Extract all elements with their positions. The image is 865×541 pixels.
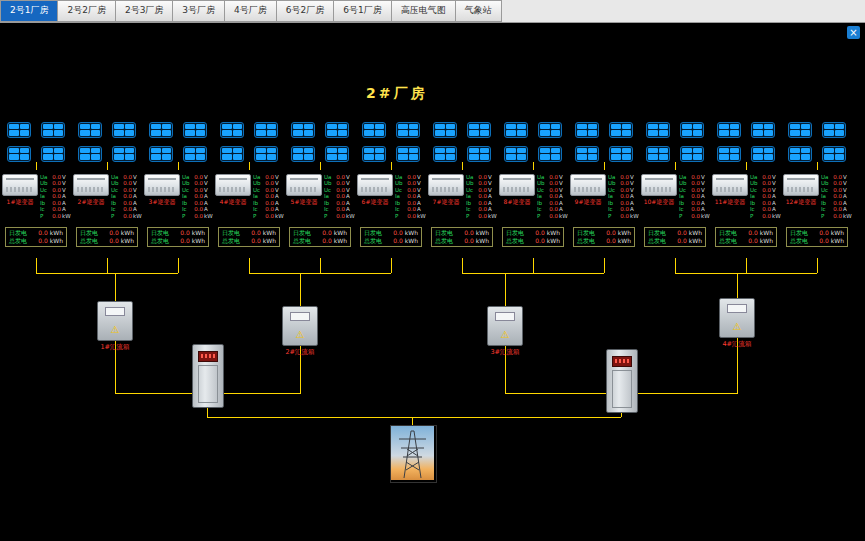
inverter-label: 12#逆变器 [786,198,817,207]
factory-tab[interactable]: 2号1厂房 [0,0,58,22]
inverter-icon[interactable] [144,174,180,196]
pv-panel-icon [680,146,704,162]
inverter-label: 9#逆变器 [575,198,602,207]
factory-tab[interactable]: 2号2厂房 [58,0,115,22]
tab-label: 高压电气图 [401,4,446,17]
metric-label: P [466,213,475,220]
pv-panel-icon [575,146,599,162]
inverter-metrics: Ua0.0VUb0.0VUc0.0VIa0.0AIb0.0AIc0.0AP0.0… [465,174,497,220]
tab-label: 2号2厂房 [67,4,105,17]
inverter-icon[interactable] [73,174,109,196]
total-energy-label: 总发电 [435,237,453,245]
pv-unit: 1#逆变器 Ua0.0VUb0.0VUc0.0VIa0.0AIb0.0AIc0.… [1,122,71,258]
pv-panel-icon [467,122,491,138]
total-energy-value: 0.0 [240,237,261,245]
pv-panel-icon [575,122,599,138]
grid-cabinet-icon-1[interactable] [192,344,224,408]
energy-unit: kWh [192,229,205,237]
pv-unit: 9#逆变器 Ua0.0VUb0.0VUc0.0VIa0.0AIb0.0AIc0.… [569,122,639,258]
pv-panel-group [356,122,426,162]
metric-row: P0.0kW [253,213,284,220]
inverter-icon[interactable] [783,174,819,196]
inverter-icon[interactable] [215,174,251,196]
inverter-icon[interactable] [712,174,748,196]
inverter-label: 10#逆变器 [644,198,675,207]
pv-panel-icon [362,146,386,162]
metric-unit: kW [133,213,142,220]
inverter-label: 3#逆变器 [149,198,176,207]
pv-panel-icon [396,146,420,162]
pv-panel-icon [538,146,562,162]
combiner-unit: ⚠ 4#汇流箱 [712,298,762,349]
grid-cabinet-icon-2[interactable] [606,349,638,413]
pv-panel-icon [220,122,244,138]
factory-tab[interactable]: 4号厂房 [225,0,277,22]
pv-panel-icon [646,146,670,162]
energy-box: 日发电 0.0 kWh 总发电 0.0 kWh [502,227,564,247]
metric-row: P0.0kW [182,213,213,220]
pv-panel-icon [325,122,349,138]
energy-unit: kWh [334,237,347,245]
inverter-icon[interactable] [570,174,606,196]
energy-unit: kWh [263,229,276,237]
metric-row: P0.0kW [40,213,71,220]
daily-energy-value: 0.0 [240,229,261,237]
inverter-metrics: Ua0.0VUb0.0VUc0.0VIa0.0AIb0.0AIc0.0AP0.0… [39,174,71,220]
factory-tab[interactable]: 6号1厂房 [334,0,391,22]
inverter-icon[interactable] [641,174,677,196]
total-energy-label: 总发电 [506,237,524,245]
total-energy-value: 0.0 [311,237,332,245]
inverter-icon[interactable] [2,174,38,196]
metric-label: P [821,213,830,220]
pv-panel-group [72,122,142,162]
combiner-box-icon[interactable]: ⚠ [719,298,755,338]
metric-value: 0.0 [333,213,345,220]
total-energy-value: 0.0 [98,237,119,245]
metric-unit: kW [62,213,71,220]
daily-energy-value: 0.0 [737,229,758,237]
factory-tab[interactable]: 高压电气图 [392,0,456,22]
factory-tab[interactable]: 3号厂房 [173,0,225,22]
pv-unit: 3#逆变器 Ua0.0VUb0.0VUc0.0VIa0.0AIb0.0AIc0.… [143,122,213,258]
energy-unit: kWh [263,237,276,245]
pv-panel-group [214,122,284,162]
cabinet-door [612,370,632,408]
pv-panel-icon [609,122,633,138]
inverter-icon[interactable] [499,174,535,196]
inverter-icon[interactable] [286,174,322,196]
total-energy-value: 0.0 [595,237,616,245]
transmission-tower-image[interactable] [390,425,437,483]
pv-unit: 6#逆变器 Ua0.0VUb0.0VUc0.0VIa0.0AIb0.0AIc0.… [356,122,426,258]
metric-label: P [679,213,688,220]
daily-energy-label: 日发电 [435,229,453,237]
metric-unit: kW [772,213,781,220]
metric-unit: kW [843,213,852,220]
total-energy-label: 总发电 [364,237,382,245]
metric-row: P0.0kW [537,213,568,220]
factory-tab[interactable]: 2号3厂房 [116,0,173,22]
cabinet-display [198,351,218,362]
pv-panel-icon [396,122,420,138]
inverter-label: 5#逆变器 [291,198,318,207]
factory-tab[interactable]: 气象站 [456,0,502,22]
total-energy-value: 0.0 [524,237,545,245]
energy-unit: kWh [831,237,844,245]
combiner-box-icon[interactable]: ⚠ [282,306,318,346]
daily-energy-value: 0.0 [666,229,687,237]
energy-unit: kWh [760,229,773,237]
inverter-icon[interactable] [357,174,393,196]
daily-energy-label: 日发电 [80,229,98,237]
energy-box: 日发电 0.0 kWh 总发电 0.0 kWh [360,227,422,247]
metric-unit: kW [417,213,426,220]
pv-panel-icon [112,146,136,162]
warning-icon: ⚠ [720,321,754,333]
pv-panel-group [427,122,497,162]
factory-tab[interactable]: 6号2厂房 [277,0,334,22]
combiner-box-icon[interactable]: ⚠ [487,306,523,346]
inverter-icon[interactable] [428,174,464,196]
combiner-box-icon[interactable]: ⚠ [97,301,133,341]
pv-panel-icon [183,122,207,138]
pv-panel-icon [504,122,528,138]
energy-box: 日发电 0.0 kWh 总发电 0.0 kWh [289,227,351,247]
daily-energy-value: 0.0 [382,229,403,237]
